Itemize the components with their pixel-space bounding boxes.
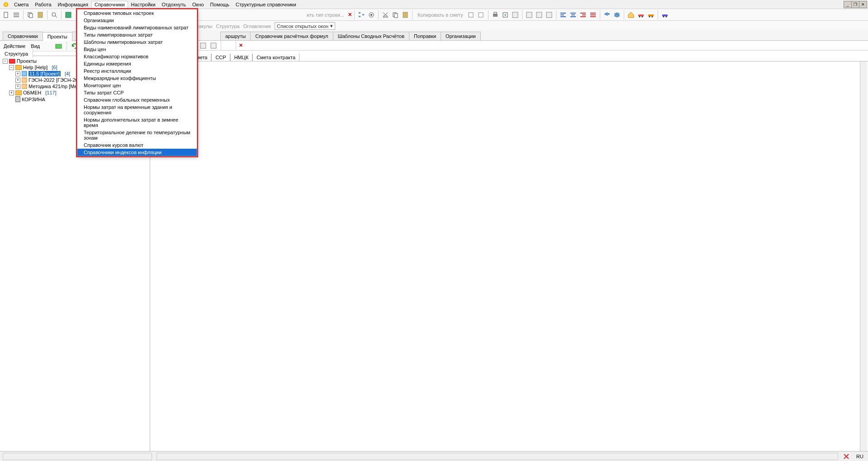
action-label[interactable]: Действие — [2, 43, 27, 49]
menu-help[interactable]: Помощь — [207, 1, 233, 8]
tool-car2[interactable] — [646, 10, 655, 19]
tool-align2[interactable] — [569, 10, 578, 19]
tool-export[interactable] — [501, 10, 510, 19]
maximize-button[interactable]: ❐ — [851, 1, 859, 8]
right-tab-nmck[interactable]: НМЦК — [230, 54, 253, 61]
dmi-inflation-index[interactable]: Справочники индексов инфляции — [77, 149, 197, 156]
tool-paste[interactable] — [36, 10, 45, 19]
dmi-vidy-limit[interactable]: Виды наименований лимитированных затрат — [77, 24, 197, 31]
tool-paste2[interactable] — [401, 10, 410, 19]
tab-organizations[interactable]: Организации — [441, 32, 481, 40]
tool-r-folder[interactable] — [224, 41, 233, 50]
menu-work[interactable]: Работа — [32, 1, 54, 8]
tool-save[interactable] — [64, 10, 73, 19]
copy-to-smeta-label[interactable]: Копировать в смету — [415, 12, 466, 18]
dmi-registry[interactable]: Реестр инсталляции — [77, 67, 197, 75]
view-label[interactable]: Вид — [29, 43, 42, 49]
svg-point-51 — [665, 16, 667, 17]
svg-rect-27 — [512, 12, 518, 18]
menu-info[interactable]: Информация — [55, 1, 91, 8]
lang-indicator[interactable]: RU — [854, 454, 865, 459]
tab-corrections[interactable]: Поправки — [409, 32, 441, 40]
dmi-vidy-cen[interactable]: Виды цен — [77, 46, 197, 53]
close-button[interactable]: ✕ — [859, 1, 867, 8]
tool-car3[interactable] — [660, 10, 669, 19]
tool-copy-smeta2[interactable] — [477, 10, 486, 19]
tool-align4[interactable] — [588, 10, 598, 19]
tab-summary-templates[interactable]: Шаблоны Сводных Расчётов — [333, 32, 409, 40]
dmi-winter[interactable]: Нормы дополнительных затрат в зимнее вре… — [77, 116, 197, 129]
tool-r2[interactable] — [209, 41, 218, 50]
minimize-button[interactable]: _ — [844, 1, 852, 8]
tool-cut[interactable] — [381, 10, 390, 19]
tool-folder-yellow[interactable] — [43, 42, 52, 51]
tool-g4[interactable] — [545, 10, 554, 19]
notification-icon[interactable] — [843, 453, 850, 460]
expand-icon[interactable]: + — [9, 90, 14, 95]
dmi-typovyh-nastroek[interactable]: Справочник типовых настроек — [77, 9, 197, 17]
dmi-temp-buildings[interactable]: Нормы затрат на временные здания и соору… — [77, 103, 197, 116]
svg-rect-57 — [211, 43, 216, 48]
tool-align1[interactable] — [559, 10, 568, 19]
tool-copy-smeta[interactable] — [467, 10, 476, 19]
tool-print[interactable] — [491, 10, 500, 19]
open-windows-dropdown[interactable]: Список открытых окон ▾ — [275, 22, 335, 30]
tool-g3[interactable] — [535, 10, 544, 19]
menu-rest[interactable]: Отдохнуть — [159, 1, 190, 8]
scrollbar-vertical[interactable] — [860, 61, 867, 460]
tab-calc-formulas[interactable]: Справочник расчётных формул — [250, 32, 333, 40]
tool-folder-green[interactable] — [54, 42, 63, 51]
tool-search[interactable] — [50, 10, 59, 19]
tool-align3[interactable] — [579, 10, 588, 19]
dmi-coefficients[interactable]: Межразрядные коэффициенты — [77, 75, 197, 82]
svg-rect-61 — [22, 84, 27, 89]
trash-icon — [15, 96, 20, 102]
tool-layer2[interactable] — [612, 10, 621, 19]
tool-home[interactable] — [626, 10, 636, 19]
dmi-monitoring[interactable]: Мониторинг цен — [77, 82, 197, 89]
tab-spravochniki[interactable]: Справочники — [3, 32, 43, 40]
tab-structure[interactable]: Структура — [0, 50, 33, 58]
menu-struct-sprav[interactable]: Структурные справочники — [232, 1, 299, 8]
dmi-currency[interactable]: Справочник курсов валют — [77, 141, 197, 149]
svg-rect-22 — [469, 13, 473, 17]
tool-copy[interactable] — [26, 10, 35, 19]
dmi-global-vars[interactable]: Справочник глобальных переменных — [77, 96, 197, 103]
tool-generic-1[interactable] — [2, 10, 11, 19]
collapse-icon[interactable]: − — [3, 59, 8, 64]
collapse-icon[interactable]: − — [9, 65, 14, 70]
tool-bullseye[interactable] — [367, 10, 376, 19]
tool-g2[interactable] — [525, 10, 534, 19]
save-icon — [65, 11, 72, 19]
expand-icon[interactable]: + — [15, 78, 20, 83]
tab-routes[interactable]: аршруты — [220, 32, 251, 40]
disabled-view-labels: ормулы Структура Оглавление Список откры… — [194, 22, 335, 30]
dmi-organizations[interactable]: Организации — [77, 17, 197, 24]
dmi-classifier[interactable]: Классификатор нормативов — [77, 53, 197, 60]
menu-settings[interactable]: Настройки — [128, 1, 159, 8]
menu-spravochniki[interactable]: Справочники — [91, 1, 128, 8]
tool-copy2[interactable] — [391, 10, 400, 19]
dmi-tipy-limit[interactable]: Типы лимитированных затрат — [77, 31, 197, 38]
dmi-shablony-limit[interactable]: Шаблоны лимитированных затрат — [77, 38, 197, 46]
dmi-units[interactable]: Единицы измерения — [77, 60, 197, 67]
tool-layer1[interactable] — [602, 10, 612, 19]
tool-generic-2[interactable] — [12, 10, 21, 19]
dmi-territory[interactable]: Территориальное деление по температурным… — [77, 129, 197, 141]
expand-icon[interactable]: + — [15, 84, 20, 89]
menu-window[interactable]: Окно — [189, 1, 207, 8]
expand-icon[interactable]: + — [15, 71, 20, 76]
close-icon[interactable]: ✕ — [239, 42, 243, 48]
tool-r1[interactable] — [199, 41, 208, 50]
menu-smeta[interactable]: Смета — [11, 1, 32, 8]
right-tab-contract[interactable]: Смета контракта — [252, 54, 299, 61]
clear-icon[interactable]: ✕ — [348, 12, 352, 18]
dmi-tipy-ssr[interactable]: Типы затрат ССР — [77, 89, 197, 96]
right-tab-ssr[interactable]: ССР — [211, 54, 230, 61]
tool-struct[interactable] — [357, 10, 366, 19]
tool-car1[interactable] — [636, 10, 645, 19]
svg-rect-8 — [38, 12, 43, 18]
tab-projects[interactable]: Проекты — [43, 32, 72, 41]
svg-rect-29 — [536, 12, 542, 18]
tool-g1[interactable] — [511, 10, 520, 19]
